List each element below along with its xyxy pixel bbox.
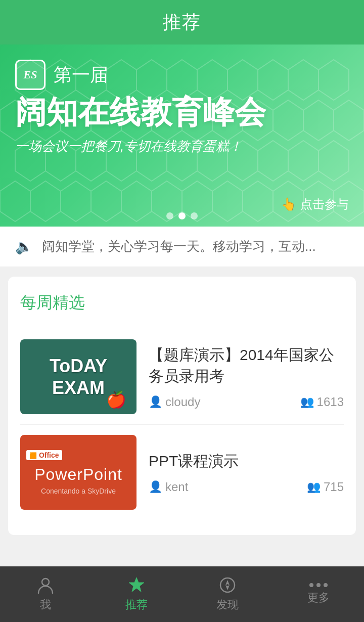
banner-cta[interactable]: 👆 点击参与 bbox=[281, 196, 349, 212]
star-nav-icon bbox=[127, 576, 146, 594]
office-badge: 🟧 Office bbox=[26, 450, 62, 460]
banner-cta-text: 点击参与 bbox=[300, 196, 349, 212]
course-info-1: 【题库演示】2014年国家公务员录用考 👤 cloudy 👥 1613 bbox=[149, 344, 344, 409]
person-icon-1: 👤 bbox=[149, 395, 162, 409]
announcement-text: 阔知学堂，关心学习每一天。移动学习，互动... bbox=[42, 238, 316, 255]
svg-marker-41 bbox=[212, 181, 243, 221]
course-count-2: 👥 715 bbox=[307, 480, 344, 494]
person-icon-2: 👤 bbox=[149, 480, 162, 494]
announcement-bar: 🔈 阔知学堂，关心学习每一天。移动学习，互动... bbox=[0, 227, 364, 266]
weekly-section: 每周精选 ToDAY EXAM 🍎 【题库演示】2014年国家公务员录用考 👤 bbox=[0, 266, 364, 545]
banner[interactable]: ES 第一届 阔知在线教育峰会 一场会议一把餐刀,专切在线教育蛋糕！ 👆 点击参… bbox=[0, 45, 364, 227]
header-title: 推荐 bbox=[163, 10, 201, 35]
speaker-icon: 🔈 bbox=[15, 238, 33, 255]
group-icon-2: 👥 bbox=[307, 480, 321, 494]
exam-thumbnail: ToDAY EXAM 🍎 bbox=[20, 339, 136, 414]
count-value-1: 1613 bbox=[317, 395, 344, 409]
compass-nav-icon bbox=[218, 576, 237, 594]
nav-item-recommend[interactable]: 推荐 bbox=[91, 566, 182, 622]
course-name-1: 【题库演示】2014年国家公务员录用考 bbox=[149, 344, 344, 387]
course-thumb-1: ToDAY EXAM 🍎 bbox=[20, 339, 136, 414]
nav-label-discover: 发现 bbox=[216, 597, 239, 612]
count-value-2: 715 bbox=[324, 480, 344, 494]
banner-dots bbox=[166, 212, 198, 219]
ppt-sub-text: Conentando a SkyDrive bbox=[41, 487, 116, 495]
svg-marker-36 bbox=[61, 181, 91, 221]
nav-label-more: 更多 bbox=[307, 590, 330, 605]
svg-marker-37 bbox=[91, 181, 121, 221]
nav-item-more[interactable]: 更多 bbox=[273, 566, 364, 622]
banner-logo-row: ES 第一届 bbox=[15, 60, 349, 90]
hand-pointer-icon: 👆 bbox=[281, 197, 296, 211]
banner-content: ES 第一届 阔知在线教育峰会 一场会议一把餐刀,专切在线教育蛋糕！ bbox=[0, 45, 364, 155]
group-icon-1: 👥 bbox=[300, 395, 314, 409]
nav-label-recommend: 推荐 bbox=[125, 597, 148, 612]
author-name-1: cloudy bbox=[165, 395, 200, 409]
author-name-2: kent bbox=[165, 480, 188, 494]
course-item-2[interactable]: 🟧 Office PowerPoint Conentando a SkyDriv… bbox=[20, 425, 344, 520]
ppt-logo-text: PowerPoint bbox=[34, 465, 122, 484]
person-nav-icon bbox=[36, 576, 55, 594]
course-author-1: 👤 cloudy bbox=[149, 395, 200, 409]
course-count-1: 👥 1613 bbox=[300, 395, 344, 409]
bottom-nav: 我 推荐 发现 更多 bbox=[0, 566, 364, 622]
dots-nav-icon bbox=[309, 583, 328, 587]
exam-line1: ToDAY bbox=[50, 355, 107, 377]
svg-marker-49 bbox=[225, 580, 230, 585]
course-author-2: 👤 kent bbox=[149, 480, 188, 494]
exam-line2: EXAM bbox=[50, 377, 107, 398]
svg-marker-42 bbox=[243, 181, 273, 221]
course-thumb-2: 🟧 Office PowerPoint Conentando a SkyDriv… bbox=[20, 435, 136, 510]
course-meta-2: 👤 kent 👥 715 bbox=[149, 480, 344, 494]
banner-first-text: 第一届 bbox=[54, 63, 108, 87]
banner-logo: ES bbox=[15, 60, 46, 90]
banner-main-title: 阔知在线教育峰会 bbox=[15, 95, 349, 129]
apple-decoration: 🍎 bbox=[106, 390, 126, 409]
course-info-2: PPT课程演示 👤 kent 👥 715 bbox=[149, 451, 344, 494]
dot-2[interactable] bbox=[178, 212, 186, 219]
banner-subtitle: 一场会议一把餐刀,专切在线教育蛋糕！ bbox=[15, 138, 349, 155]
weekly-card: 每周精选 ToDAY EXAM 🍎 【题库演示】2014年国家公务员录用考 👤 bbox=[8, 277, 356, 535]
svg-marker-38 bbox=[121, 181, 152, 221]
nav-item-discover[interactable]: 发现 bbox=[182, 566, 273, 622]
exam-thumb-text: ToDAY EXAM bbox=[50, 355, 107, 398]
svg-marker-35 bbox=[30, 181, 61, 221]
dot-3[interactable] bbox=[191, 212, 198, 219]
banner-logo-letters: ES bbox=[24, 68, 37, 81]
ppt-thumbnail: 🟧 Office PowerPoint Conentando a SkyDriv… bbox=[20, 435, 136, 510]
weekly-title: 每周精选 bbox=[20, 292, 344, 314]
course-item-1[interactable]: ToDAY EXAM 🍎 【题库演示】2014年国家公务员录用考 👤 cloud… bbox=[20, 329, 344, 425]
course-name-2: PPT课程演示 bbox=[149, 451, 344, 472]
dot-1[interactable] bbox=[166, 212, 173, 219]
svg-marker-34 bbox=[0, 181, 30, 221]
course-meta-1: 👤 cloudy 👥 1613 bbox=[149, 395, 344, 409]
svg-marker-50 bbox=[225, 585, 230, 590]
svg-point-46 bbox=[42, 579, 49, 586]
nav-label-me: 我 bbox=[40, 597, 51, 612]
app-header: 推荐 bbox=[0, 0, 364, 45]
svg-marker-47 bbox=[129, 577, 144, 592]
nav-item-me[interactable]: 我 bbox=[0, 566, 91, 622]
